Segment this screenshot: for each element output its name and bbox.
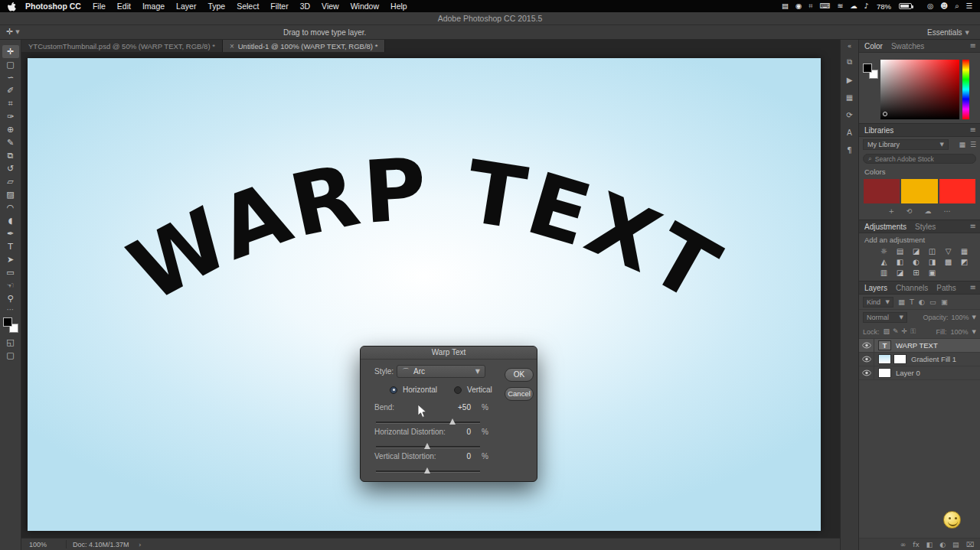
layer-visibility-toggle[interactable] (859, 339, 874, 352)
pixel-layer-thumbnail[interactable] (878, 368, 891, 378)
horizontal-radio[interactable] (390, 386, 397, 394)
menubar-status-icon[interactable]: ☻ (940, 2, 948, 11)
lock-icon[interactable]: ✎ (893, 327, 899, 336)
library-footer-icon[interactable]: ⟲ (906, 207, 913, 215)
layer-name[interactable]: Layer 0 (896, 369, 920, 377)
adjustment-icon[interactable]: ◫ (927, 247, 937, 255)
panel-menu-icon[interactable]: ≡ (970, 41, 976, 50)
horizontal-radio-label[interactable]: Horizontal (403, 386, 437, 394)
quick-mask-mode[interactable]: ◱ (2, 336, 19, 349)
edit-toolbar-icon[interactable]: ⋯ (7, 307, 15, 313)
dodge-tool[interactable]: ◖ (2, 214, 19, 227)
adjustment-icon[interactable]: ▤ (895, 247, 905, 255)
menubar-status-icon[interactable]: ▤ (782, 2, 789, 11)
menu-item[interactable]: View (322, 2, 339, 11)
slider-thumb[interactable] (424, 467, 430, 474)
layer-filter-icon[interactable]: ▭ (929, 298, 936, 306)
collapse-panels-icon[interactable]: « (848, 42, 852, 50)
saturation-brightness-picker[interactable] (880, 60, 959, 119)
type-tool[interactable]: T (2, 240, 19, 253)
panel-menu-icon[interactable]: ≡ (970, 283, 976, 291)
panel-strip-icon[interactable]: A (847, 129, 852, 137)
menu-item[interactable]: Image (142, 2, 165, 11)
slider-thumb[interactable] (424, 443, 430, 449)
vertical-radio-label[interactable]: Vertical (467, 386, 492, 394)
clone-stamp-tool[interactable]: ⧉ (2, 149, 19, 162)
warp-style-dropdown[interactable]: ⌒ Arc ▼ (397, 365, 485, 378)
adjustment-icon[interactable]: ▩ (943, 258, 953, 266)
layers-footer-icon[interactable]: ∞ (900, 541, 906, 548)
screen-mode[interactable]: ▢ (2, 349, 19, 362)
tab-color[interactable]: Color (864, 42, 883, 50)
bend-value-field[interactable]: +50 (440, 403, 471, 412)
bend-slider[interactable] (376, 419, 480, 426)
tab-layers[interactable]: Layers (864, 284, 887, 292)
adjustment-icon[interactable]: ◨ (927, 258, 937, 266)
tab-channels[interactable]: Channels (896, 284, 928, 292)
panel-menu-icon[interactable]: ≡ (970, 222, 976, 230)
view-toggle-icon[interactable]: ☰ (970, 141, 976, 148)
adjustment-icon[interactable]: ☼ (879, 247, 889, 255)
foreground-color-chip[interactable] (863, 63, 872, 73)
adjustment-icon[interactable]: ◧ (895, 258, 905, 266)
menubar-status-icon[interactable]: ♪ (864, 2, 869, 11)
crop-tool[interactable]: ⌗ (2, 97, 19, 110)
layer-visibility-toggle[interactable] (859, 353, 874, 366)
foreground-background-colors[interactable] (3, 317, 18, 333)
menubar-status-icon[interactable]: ⌨ (820, 2, 831, 11)
lock-icon[interactable]: ⚿ (910, 327, 916, 336)
adjustment-icon[interactable]: ▣ (927, 268, 937, 277)
vertical-distortion-slider[interactable] (376, 468, 480, 475)
menu-item[interactable]: Type (207, 2, 225, 11)
adjustment-icon[interactable]: ⊞ (911, 268, 921, 277)
menubar-status-icon[interactable]: ◎ (927, 2, 933, 11)
layers-footer-icon[interactable]: ◐ (939, 541, 946, 548)
library-search-input[interactable]: ⌕ Search Adobe Stock (863, 154, 976, 164)
menubar-status-icon[interactable]: ◉ (795, 2, 802, 11)
foreground-color-chip[interactable] (3, 317, 12, 327)
adjustment-icon[interactable]: ◪ (911, 247, 921, 255)
red-swatch[interactable] (939, 179, 975, 203)
tab-libraries[interactable]: Libraries (864, 126, 893, 135)
layer-name[interactable]: Gradient Fill 1 (911, 355, 956, 363)
panel-strip-icon[interactable]: ▦ (846, 93, 853, 102)
cancel-button[interactable]: Cancel (505, 387, 534, 401)
hue-slider[interactable] (962, 60, 969, 119)
status-menu-chevron-icon[interactable]: › (139, 541, 142, 548)
tab-swatches[interactable]: Swatches (891, 42, 924, 50)
menu-item[interactable]: 3D (300, 2, 310, 11)
layer-name[interactable]: WARP TEXT (896, 341, 938, 350)
menu-item[interactable]: Photoshop CC (25, 2, 81, 11)
document-tab-active[interactable]: × Untitled-1 @ 100% (WARP TEXT, RGB/8) * (223, 40, 385, 52)
menu-item[interactable]: File (93, 2, 106, 11)
history-brush-tool[interactable]: ↺ (2, 162, 19, 175)
layers-footer-icon[interactable]: ▤ (952, 541, 959, 548)
layer-filter-icon[interactable]: T (910, 298, 914, 306)
tab-styles[interactable]: Styles (915, 223, 936, 231)
move-tool[interactable]: ✛ (2, 45, 19, 58)
zoom-level-field[interactable]: 100% (29, 541, 47, 548)
lock-icon[interactable]: ▨ (884, 327, 890, 336)
lasso-tool[interactable]: ∽ (2, 71, 19, 84)
menubar-status-icon[interactable]: ⌗ (808, 2, 812, 11)
layer-row-gradient-fill[interactable]: Gradient Fill 1 (859, 353, 980, 366)
workspace-switcher[interactable]: Essentials ▼ (927, 28, 969, 37)
adjustment-icon[interactable]: ▦ (959, 247, 969, 255)
horizontal-distortion-value-field[interactable]: 0 (440, 428, 471, 436)
menu-item[interactable]: Edit (117, 2, 131, 11)
dark-red-swatch[interactable] (864, 179, 900, 203)
marquee-tool[interactable]: ▢ (2, 58, 19, 71)
slider-track[interactable] (376, 421, 480, 423)
adjustment-icon[interactable]: ◭ (879, 258, 889, 266)
panel-strip-icon[interactable]: ⟳ (846, 111, 852, 119)
healing-brush-tool[interactable]: ⊕ (2, 123, 19, 136)
tool-preset-picker[interactable]: ✛ ▼ (6, 27, 20, 37)
layer-filter-icon[interactable]: ▦ (898, 298, 905, 306)
menubar-status-icon[interactable]: ☁ (850, 2, 858, 11)
vertical-distortion-value-field[interactable]: 0 (440, 452, 471, 461)
layer-filter-icon[interactable]: ◐ (919, 298, 925, 306)
layers-footer-icon[interactable]: fx (913, 541, 920, 548)
ok-button[interactable]: OK (505, 368, 534, 382)
gradient-tool[interactable]: ▨ (2, 188, 19, 201)
dialog-title[interactable]: Warp Text (361, 347, 537, 360)
